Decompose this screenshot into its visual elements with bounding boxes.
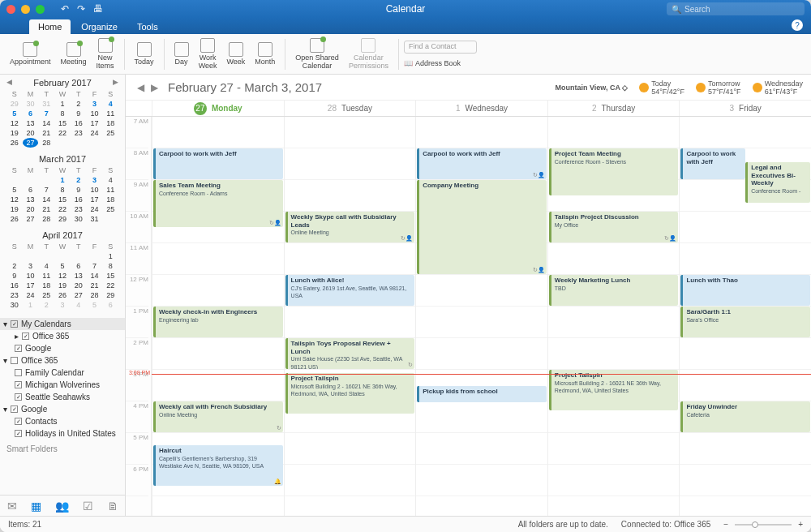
cal-seahawks[interactable]: ✓Seattle Seahawks <box>0 391 125 403</box>
today-button[interactable]: Today <box>130 41 159 68</box>
day-header[interactable]: 28Tuesday <box>284 101 416 116</box>
print-icon[interactable]: 🖶 <box>93 3 103 15</box>
calendar-event[interactable]: Tailspin Toys Proposal Review + LunchUmi… <box>285 338 415 369</box>
meeting-icon <box>67 42 81 57</box>
calendar-event[interactable]: Weekly Marketing LunchTBD <box>549 275 679 306</box>
weather-location[interactable]: Mountain View, CA ◇ <box>556 84 629 92</box>
calendar-event[interactable]: Project Team MeetingConference Room - St… <box>549 148 679 195</box>
ribbon-tabs: Home Organize Tools ? <box>0 18 811 34</box>
calendar-event[interactable]: Weekly check-in with EngineersEngineerin… <box>153 307 283 337</box>
new-items-button[interactable]: New Items <box>92 36 119 72</box>
prev-week-button[interactable]: ◀ <box>134 82 148 93</box>
month-view-button[interactable]: Month <box>250 41 280 68</box>
calendar-event[interactable]: Carpool to work with Jeff <box>680 148 745 179</box>
calendar-event[interactable]: HaircutCapelli's Gentlemen's Barbershop,… <box>153 445 283 486</box>
find-contact-input[interactable]: Find a Contact <box>404 41 477 54</box>
search-field[interactable]: 🔍 Search <box>667 2 805 15</box>
calendar-event[interactable]: Weekly Skype call with Subsidiary LeadsO… <box>285 212 415 242</box>
day-column[interactable]: Carpool to work with JeffSales Team Meet… <box>152 117 284 516</box>
main: ◀February 2017▶SMTWTFS293031123456789101… <box>0 75 811 516</box>
window-controls <box>6 5 45 14</box>
day-view-button[interactable]: Day <box>169 41 194 68</box>
cal-holidays[interactable]: ✓Holidays in United States <box>0 427 125 440</box>
cal-family[interactable]: Family Calendar <box>0 367 125 379</box>
cal-contacts[interactable]: ✓Contacts <box>0 415 125 427</box>
cal-google-sub[interactable]: ✓Google <box>0 342 125 354</box>
meeting-button[interactable]: Meeting <box>56 41 92 68</box>
calendar-event[interactable]: Company Meeting↻👤 <box>417 180 547 274</box>
weather-bar: Mountain View, CA ◇ Today54°F/42°F Tomor… <box>556 79 804 96</box>
redo-icon[interactable]: ↷ <box>77 3 85 15</box>
close-button[interactable] <box>6 5 15 14</box>
nav-bar: ✉ ▦ 👥 ☑ 🗎 <box>0 495 125 516</box>
day-column[interactable]: Weekly Skype call with Subsidiary LeadsO… <box>284 117 416 516</box>
calendar-icon[interactable]: ▦ <box>31 500 41 513</box>
smart-folders[interactable]: Smart Folders <box>0 440 125 458</box>
open-shared-icon <box>310 38 324 53</box>
calendar-header: ◀ ▶ February 27 - March 3, 2017 Mountain… <box>126 75 811 101</box>
my-calendars-header[interactable]: ▾✓My Calendars <box>0 318 125 330</box>
day-column[interactable]: Project Team MeetingConference Room - St… <box>547 117 680 516</box>
week-view-button[interactable]: Week <box>221 41 250 68</box>
mini-calendars: ◀February 2017▶SMTWTFS293031123456789101… <box>0 75 125 313</box>
status-folders: All folders are up to date. <box>518 520 608 529</box>
cal-perm-icon <box>361 38 375 53</box>
calendar-event[interactable]: Carpool to work with Jeff <box>153 148 283 179</box>
calendar-list: ▾✓My Calendars ▸✓Office 365 ✓Google ▾Off… <box>0 318 125 440</box>
zoom-in-icon[interactable]: + <box>798 520 803 529</box>
calendar-event[interactable]: Project TailspinMicrosoft Building 2 - 1… <box>285 373 415 414</box>
calendar-event[interactable]: Carpool to work with Jeff↻👤 <box>417 148 547 179</box>
calendar-event[interactable]: Lunch with Alice!CJ's Eatery, 2619 1st A… <box>285 275 415 306</box>
appointment-button[interactable]: Appointment <box>5 41 56 68</box>
calendar-event[interactable]: Sara/Garth 1:1Sara's Office <box>680 307 810 337</box>
day-header[interactable]: 1Wednesday <box>415 101 547 116</box>
calendar-event[interactable]: Weekly call with French SubsidiaryOnline… <box>153 401 283 432</box>
today-icon <box>137 42 152 57</box>
address-book-button[interactable]: 📖Address Book <box>404 59 477 67</box>
maximize-button[interactable] <box>36 5 45 14</box>
ribbon: Appointment Meeting New Items Today Day … <box>0 34 811 75</box>
calendar-event[interactable]: Lunch with Thao <box>680 275 810 306</box>
mail-icon[interactable]: ✉ <box>7 500 17 513</box>
calendar-event[interactable]: Legal and Executives Bi-WeeklyConference… <box>745 162 810 203</box>
google-header[interactable]: ▾✓Google <box>0 403 125 415</box>
help-icon[interactable]: ? <box>792 19 803 31</box>
open-shared-cal-button[interactable]: Open Shared Calendar <box>290 36 344 72</box>
minimize-button[interactable] <box>21 5 30 14</box>
next-month-button[interactable]: ▶ <box>113 78 118 86</box>
appointment-icon <box>23 42 37 57</box>
calendar-event[interactable]: Project TailspinMicrosoft Building 2 - 1… <box>549 370 679 410</box>
cal-office365-sub[interactable]: ▸✓Office 365 <box>0 330 125 342</box>
prev-month-button[interactable]: ◀ <box>6 78 12 86</box>
day-header[interactable]: 27Monday <box>152 101 284 116</box>
day-column[interactable]: Carpool to work with JeffLegal and Execu… <box>679 117 811 516</box>
office365-header[interactable]: ▾Office 365 <box>0 354 125 367</box>
work-week-view-button[interactable]: Work Week <box>194 36 222 72</box>
cal-permissions-button[interactable]: Calendar Permissions <box>344 36 393 72</box>
calendar-event[interactable]: Friday UnwinderCafeteria <box>680 401 810 432</box>
day-header[interactable]: 3Friday <box>679 101 811 116</box>
tab-home[interactable]: Home <box>29 19 71 34</box>
cal-michigan[interactable]: ✓Michigan Wolverines <box>0 379 125 391</box>
calendar-grid[interactable]: 7 AM8 AM9 AM10 AM11 AM12 PM1 PM2 PM3 PM4… <box>126 117 811 516</box>
calendar-event[interactable]: Pickup kids from school <box>417 386 547 402</box>
tab-tools[interactable]: Tools <box>128 19 167 34</box>
month-icon <box>258 42 272 57</box>
people-icon[interactable]: 👥 <box>55 500 69 513</box>
week-icon <box>229 42 243 57</box>
day-header[interactable]: 2Thursday <box>547 101 680 116</box>
window-title: Calendar <box>386 3 426 15</box>
undo-icon[interactable]: ↶ <box>61 3 69 15</box>
calendar-event[interactable]: Tailspin Project DiscussionMy Office↻👤 <box>549 212 679 242</box>
day-column[interactable]: Carpool to work with Jeff↻👤Company Meeti… <box>415 117 547 516</box>
tasks-icon[interactable]: ☑ <box>83 500 93 513</box>
calendar-event[interactable]: Sales Team MeetingConference Room - Adam… <box>153 180 283 227</box>
work-week-icon <box>200 38 215 53</box>
next-week-button[interactable]: ▶ <box>148 82 161 93</box>
search-icon: 🔍 <box>672 5 681 14</box>
zoom-slider[interactable]: − + <box>723 520 803 529</box>
tab-organize[interactable]: Organize <box>72 19 127 34</box>
zoom-out-icon[interactable]: − <box>723 520 728 529</box>
titlebar: ↶ ↷ 🖶 Calendar 🔍 Search <box>0 0 811 18</box>
notes-icon[interactable]: 🗎 <box>107 500 118 513</box>
